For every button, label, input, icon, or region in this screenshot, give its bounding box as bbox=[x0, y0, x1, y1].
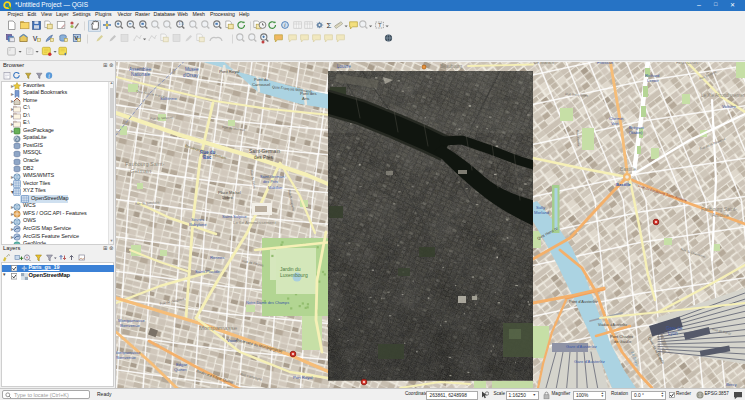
svg-text:Nationale: Nationale bbox=[131, 72, 151, 77]
svg-text:Le 6e Arrondissement: Le 6e Arrondissement bbox=[233, 220, 276, 225]
svg-text:Mabillon: Mabillon bbox=[268, 186, 282, 190]
svg-text:Rennes: Rennes bbox=[210, 255, 224, 260]
svg-text:Bercy: Bercy bbox=[726, 382, 738, 387]
svg-text:Musée: Musée bbox=[185, 67, 199, 72]
svg-text:Viaduc d'Austerlitz: Viaduc d'Austerlitz bbox=[598, 323, 628, 327]
svg-text:Pont d'Austerlitz: Pont d'Austerlitz bbox=[569, 299, 598, 304]
svg-text:Port Royal: Port Royal bbox=[293, 375, 313, 380]
svg-text:Quinet: Quinet bbox=[174, 367, 187, 372]
svg-text:Vert: Vert bbox=[611, 121, 619, 126]
svg-text:Σ: Σ bbox=[327, 21, 332, 30]
svg-text:des Prés: des Prés bbox=[254, 155, 274, 160]
svg-text:Popincourt: Popincourt bbox=[676, 62, 698, 65]
svg-text:d'Orsay: d'Orsay bbox=[183, 73, 199, 78]
svg-text:Lyon: Lyon bbox=[668, 331, 678, 336]
svg-text:Saint-Germain: Saint-Germain bbox=[249, 149, 280, 154]
svg-text:Faubourg Saint-: Faubourg Saint- bbox=[125, 161, 165, 167]
svg-text:T: T bbox=[378, 22, 382, 28]
svg-text:Saint-Placide: Saint-Placide bbox=[195, 269, 220, 274]
svg-text:Babylone: Babylone bbox=[189, 222, 207, 227]
svg-text:Bac: Bac bbox=[203, 155, 212, 160]
svg-text:Bienvenüe: Bienvenüe bbox=[116, 355, 136, 360]
svg-text:Le Marais: Le Marais bbox=[534, 62, 555, 65]
svg-text:Louvre: Louvre bbox=[337, 64, 351, 69]
svg-text:Saint-Germain: Saint-Germain bbox=[260, 175, 284, 179]
svg-text:Gare d'Austerlitz: Gare d'Austerlitz bbox=[566, 344, 597, 349]
svg-text:Notre-Dame des Champs: Notre-Dame des Champs bbox=[246, 301, 289, 305]
svg-text:Pont Royal: Pont Royal bbox=[219, 69, 240, 74]
svg-text:Montparnasse: Montparnasse bbox=[199, 325, 238, 331]
svg-text:Voltaire: Voltaire bbox=[722, 104, 737, 109]
svg-text:Morland: Morland bbox=[534, 210, 550, 215]
svg-text:Antoine: Antoine bbox=[712, 212, 729, 218]
svg-text:Arts: Arts bbox=[302, 96, 309, 101]
svg-text:des Prés: des Prés bbox=[263, 180, 278, 184]
svg-text:Froissart: Froissart bbox=[597, 62, 614, 65]
svg-text:Lenoir: Lenoir bbox=[647, 78, 659, 83]
svg-text:Carrousel: Carrousel bbox=[252, 82, 270, 87]
svg-text:Bastille: Bastille bbox=[616, 182, 632, 187]
svg-text:(Sabin): (Sabin) bbox=[629, 130, 643, 135]
svg-text:Beaubourg: Beaubourg bbox=[440, 64, 463, 69]
svg-text:Germain: Germain bbox=[130, 168, 151, 174]
svg-text:Luxembourg: Luxembourg bbox=[280, 272, 308, 278]
svg-text:Gare d'Austerlitz: Gare d'Austerlitz bbox=[574, 359, 605, 364]
svg-text:Saint-Sulpice: Saint-Sulpice bbox=[222, 214, 247, 219]
svg-text:Debré: Debré bbox=[222, 195, 234, 200]
svg-text:Bastille: Bastille bbox=[620, 166, 636, 172]
svg-text:de Gaulle: de Gaulle bbox=[614, 339, 632, 344]
svg-text:V: V bbox=[33, 35, 38, 42]
svg-text:Bienvenüe: Bienvenüe bbox=[120, 323, 140, 328]
svg-text:Le XIe Arrondissement: Le XIe Arrondissement bbox=[701, 93, 745, 98]
svg-text:1:1: 1:1 bbox=[179, 22, 184, 26]
